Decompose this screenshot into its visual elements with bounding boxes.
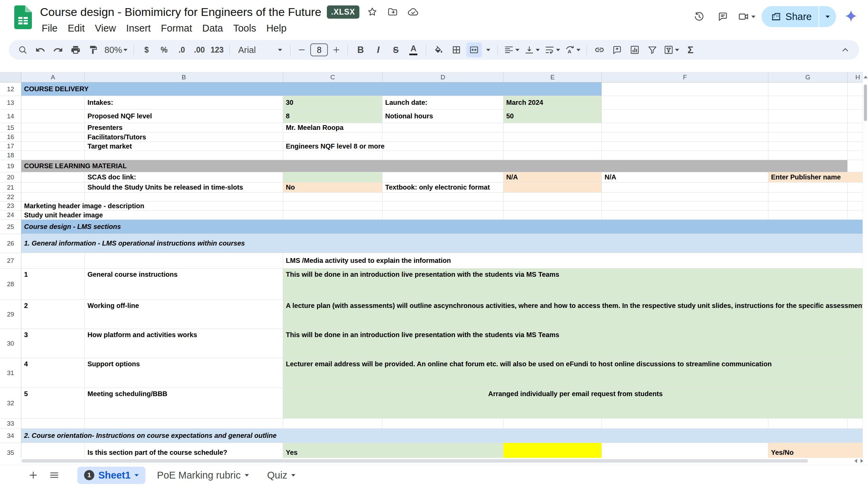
cell-G16[interactable] [768, 133, 848, 141]
cell-B13[interactable]: Intakes: [85, 96, 283, 109]
menu-edit[interactable]: Edit [63, 20, 90, 36]
cell-A25[interactable]: Course design - LMS sections [21, 220, 868, 234]
cell-C14[interactable]: 8 [283, 110, 382, 123]
share-button-main[interactable]: Share [762, 6, 818, 27]
cell-C23[interactable] [283, 201, 382, 210]
cell-D33[interactable] [382, 419, 504, 428]
cell-C35[interactable]: Yes [283, 443, 504, 458]
cell-A15[interactable] [21, 123, 85, 132]
cell-B22[interactable] [85, 193, 283, 201]
row-header-16[interactable]: 16 [0, 133, 21, 141]
text-color-button[interactable]: A [406, 42, 421, 57]
menu-view[interactable]: View [90, 20, 121, 36]
share-dropdown-button[interactable] [818, 6, 836, 27]
cell-C21[interactable]: No [283, 182, 382, 192]
row-header-14[interactable]: 14 [0, 110, 21, 123]
cell-G18[interactable] [768, 151, 848, 160]
collapse-toolbar-button[interactable] [837, 42, 853, 57]
cell-F16[interactable] [602, 133, 768, 141]
cell-B16[interactable]: Facilitators/Tutors [85, 133, 283, 141]
cell-C24[interactable] [283, 211, 382, 219]
cell-E15[interactable] [504, 123, 602, 132]
cell-B30[interactable]: How platform and activities works [85, 329, 283, 358]
fill-color-button[interactable] [431, 42, 447, 57]
row-header-28[interactable]: 28 [0, 269, 21, 299]
cell-G21[interactable] [768, 182, 848, 192]
cell-A18[interactable] [21, 151, 85, 160]
redo-button[interactable] [50, 42, 66, 57]
cell-F17[interactable] [602, 142, 768, 151]
cell-E17[interactable] [504, 142, 602, 151]
vertical-scrollbar[interactable] [863, 72, 868, 458]
column-header-F[interactable]: F [602, 73, 768, 82]
cell-A24[interactable]: Study unit header image [21, 211, 283, 219]
vertical-align-button[interactable] [523, 42, 541, 57]
cell-C31[interactable]: Lecturer email address will be provided.… [283, 358, 868, 388]
document-title[interactable]: Course design - Biomimicry for Engineers… [40, 5, 321, 19]
cell-G17[interactable] [768, 142, 848, 151]
cell-D18[interactable] [382, 151, 504, 160]
cell-A14[interactable] [21, 110, 85, 123]
cell-C17[interactable]: Engineers NQF level 8 or more [283, 142, 504, 151]
cell-C33[interactable] [283, 419, 382, 428]
cell-G13[interactable] [768, 96, 848, 109]
cell-A16[interactable] [21, 133, 85, 141]
row-header-34[interactable]: 34 [0, 429, 21, 443]
insert-link-button[interactable] [592, 42, 607, 57]
cell-G24[interactable] [768, 211, 848, 219]
row-header-32[interactable]: 32 [0, 388, 21, 418]
cell-C20[interactable] [283, 172, 382, 182]
join-call-button[interactable] [738, 11, 755, 22]
cell-A20[interactable] [21, 172, 85, 182]
horizontal-align-button[interactable] [502, 42, 521, 57]
version-history-button[interactable] [690, 8, 708, 25]
text-wrap-button[interactable] [543, 42, 561, 57]
cell-C32[interactable]: Arranged individually per email request … [283, 388, 868, 418]
cell-D15[interactable] [382, 123, 504, 132]
font-select[interactable]: Arial [235, 42, 285, 57]
cell-A35[interactable] [21, 443, 85, 458]
row-header-33[interactable]: 33 [0, 419, 21, 428]
cell-F33[interactable] [602, 419, 768, 428]
cell-A13[interactable] [21, 96, 85, 109]
column-header-E[interactable]: E [504, 73, 602, 82]
row-header-17[interactable]: 17 [0, 142, 21, 151]
cell-A29[interactable]: 2 [21, 300, 85, 329]
cell-G35[interactable]: Yes/No [768, 443, 868, 458]
row-header-35[interactable]: 35 [0, 443, 21, 458]
cell-G33[interactable] [768, 419, 848, 428]
cell-E33[interactable] [504, 419, 602, 428]
menu-tools[interactable]: Tools [228, 20, 261, 36]
cell-B21[interactable]: Should the Study Units be released in ti… [85, 182, 283, 192]
increase-decimals-button[interactable]: .00 [192, 42, 207, 57]
cell-G20[interactable]: Enter Publisher name [768, 172, 868, 182]
horizontal-scrollbar[interactable] [0, 458, 868, 464]
scroll-right-icon[interactable] [861, 459, 863, 463]
row-header-31[interactable]: 31 [0, 358, 21, 388]
cell-D14[interactable]: Notional hours [382, 110, 504, 123]
cell-F18[interactable] [602, 151, 768, 160]
cell-B32[interactable]: Meeting scheduling/BBB [85, 388, 283, 418]
cell-E20[interactable]: N/A [504, 172, 602, 182]
font-size-input[interactable]: 8 [310, 43, 328, 56]
cell-A22[interactable] [21, 193, 85, 201]
cell-C22[interactable] [283, 193, 382, 201]
merge-cells-dropdown[interactable] [484, 42, 493, 57]
menu-insert[interactable]: Insert [121, 20, 156, 36]
cell-F13[interactable] [602, 96, 768, 109]
number-format-button[interactable]: 123 [209, 42, 225, 57]
cell-D20[interactable] [382, 172, 504, 182]
cell-D21[interactable]: Textbook: only electronic format [382, 182, 504, 192]
share-button[interactable]: Share [762, 6, 836, 27]
create-filter-button[interactable] [645, 42, 660, 57]
decrease-decimals-button[interactable]: .0 [174, 42, 190, 57]
cell-D22[interactable] [382, 193, 504, 201]
bold-button[interactable]: B [353, 42, 368, 57]
cell-B29[interactable]: Working off-line [85, 300, 283, 329]
cell-B14[interactable]: Proposed NQF level [85, 110, 283, 123]
cell-F12[interactable] [602, 82, 768, 96]
cell-A26[interactable]: 1. General information - LMS operational… [21, 234, 868, 253]
cell-A17[interactable] [21, 142, 85, 151]
cell-G14[interactable] [768, 110, 848, 123]
menu-data[interactable]: Data [197, 20, 228, 36]
